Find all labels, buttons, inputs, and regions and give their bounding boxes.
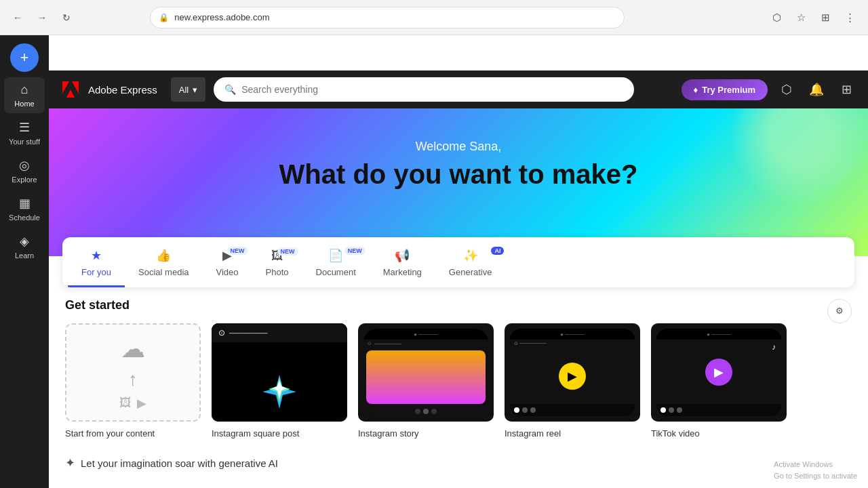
tiktok-dot-a	[660, 407, 666, 413]
apps-icon[interactable]: ⊞	[835, 79, 857, 100]
filter-adjust-button[interactable]: ⚙	[827, 299, 852, 323]
category-tabs: ★ For you 👍 Social media ▶ Video NEW 🖼 P…	[62, 237, 854, 287]
card-thumb-upload: ☁ ↑ 🖼 ▶	[65, 323, 201, 422]
tab-label-document: Document	[316, 267, 356, 277]
tab-label-video: Video	[216, 267, 239, 277]
tab-generative[interactable]: ✨ Generative AI	[435, 237, 506, 287]
cast-icon[interactable]: ⬡	[768, 8, 787, 27]
tab-label-generative: Generative	[449, 267, 492, 277]
get-started-section: Get started ⚙ ☁ ↑ 🖼	[49, 298, 868, 455]
cloud-upload-icon: ☁	[121, 335, 145, 363]
card-ig-post[interactable]: ⊙ ──────── ✦ Insta	[212, 323, 347, 439]
phone-top-bar: ● ─────	[363, 329, 488, 340]
dot2	[423, 409, 429, 414]
photo-new-badge: NEW	[277, 247, 298, 256]
url-text: new.express.adobe.com	[174, 12, 269, 22]
tab-for-you[interactable]: ★ For you	[68, 237, 125, 287]
reel-play-btn: ▶	[559, 363, 586, 390]
card-ig-reel[interactable]: ● ───── ⊙ ──────── ▶	[505, 323, 640, 439]
tiktok-dot-b	[669, 407, 674, 413]
adobe-logo-icon	[60, 79, 81, 100]
notification-icon[interactable]: 🔔	[806, 79, 827, 100]
address-bar[interactable]: 🔒 new.express.adobe.com	[150, 7, 625, 28]
share-icon[interactable]: ⬡	[776, 79, 797, 100]
tiktok-bottom-bar	[656, 404, 781, 416]
reel-bar-top: ⊙ ────────	[510, 340, 635, 348]
try-premium-button[interactable]: ♦ Try Premium	[682, 79, 768, 100]
section-title-get-started: Get started	[65, 298, 130, 312]
home-icon: ⌂	[21, 83, 28, 97]
ig-story-handle: ⊙	[368, 341, 372, 346]
sidebar-item-learn[interactable]: ◈ Learn	[4, 228, 45, 265]
for-you-icon: ★	[91, 248, 102, 263]
tiktok-logo-icon: ♪	[772, 342, 776, 352]
card-upload[interactable]: ☁ ↑ 🖼 ▶ Start from your content	[65, 323, 201, 439]
sidebar-item-explore[interactable]: ◎ Explore	[4, 152, 45, 189]
upload-small-icons: 🖼 ▶	[119, 396, 146, 411]
generative-icon: ✨	[463, 248, 478, 263]
reel-play-area: ▶	[510, 348, 635, 404]
dot3	[431, 409, 437, 414]
filter-dropdown[interactable]: All ▾	[171, 77, 205, 102]
phone-bottom	[363, 407, 488, 416]
tab-photo[interactable]: 🖼 Photo NEW	[252, 238, 302, 287]
phone-notch-decoration: ● ─────	[414, 331, 437, 338]
reel-top: ● ─────	[510, 329, 635, 340]
card-tiktok[interactable]: ● ───── ♪ ▶	[651, 323, 787, 439]
tiktok-play-area: ▶	[656, 340, 781, 404]
ig-logo-icon: ⊙	[218, 328, 225, 338]
premium-diamond-icon: ♦	[694, 85, 698, 95]
tab-marketing[interactable]: 📢 Marketing	[370, 237, 435, 287]
ai-section[interactable]: ✦ Let your imagination soar with generat…	[49, 455, 868, 481]
browser-chrome: ← → ↻ 🔒 new.express.adobe.com ⬡ ☆ ⊞ ⋮	[0, 0, 868, 35]
forward-button[interactable]: →	[33, 8, 52, 27]
tab-document[interactable]: 📄 Document NEW	[302, 237, 370, 287]
upload-icon-area: ☁ ↑ 🖼 ▶	[119, 335, 146, 411]
extensions-icon[interactable]: ⊞	[816, 8, 835, 27]
ai-section-text: Let your imagination soar with generativ…	[81, 458, 278, 469]
tab-label-social-media: Social media	[138, 267, 189, 277]
browser-right-icons: ⬡ ☆ ⊞ ⋮	[768, 8, 860, 27]
tab-label-photo: Photo	[266, 267, 289, 277]
filter-label: All	[179, 85, 189, 95]
refresh-button[interactable]: ↻	[57, 8, 76, 27]
search-input[interactable]	[241, 84, 623, 95]
reel-dot-1	[522, 407, 528, 413]
sidebar-item-home[interactable]: ⌂ Home	[4, 77, 45, 113]
ig-sparkle-icon	[259, 371, 300, 412]
tab-video[interactable]: ▶ Video NEW	[203, 237, 252, 287]
dropdown-chevron-icon: ▾	[193, 85, 197, 95]
card-ig-story[interactable]: ● ───── ⊙ ────────	[358, 323, 494, 439]
bookmark-icon[interactable]: ☆	[792, 8, 811, 27]
hero-welcome-text: Welcome Sana,	[416, 140, 502, 154]
card-label-ig-post: Instagram square post	[212, 428, 299, 439]
ai-generative-icon: ✦	[65, 455, 75, 470]
top-bar-right: ♦ Try Premium ⬡ 🔔 ⊞	[682, 79, 857, 100]
tab-label-for-you: For you	[81, 267, 111, 277]
tiktok-top: ● ─────	[656, 329, 781, 340]
svg-marker-2	[72, 81, 79, 94]
back-button[interactable]: ←	[8, 8, 27, 27]
document-icon: 📄	[328, 248, 343, 263]
card-thumb-ig-reel: ● ───── ⊙ ──────── ▶	[505, 323, 640, 422]
generative-ai-badge: AI	[491, 247, 504, 255]
search-bar[interactable]: 🔍	[214, 77, 634, 102]
your-stuff-icon: ☰	[19, 120, 30, 135]
reel-phone: ● ───── ⊙ ──────── ▶	[510, 329, 635, 416]
tiktok-play-btn: ▶	[705, 359, 732, 386]
story-gradient-content	[366, 350, 486, 404]
filter-sliders-icon: ⚙	[835, 306, 844, 316]
card-thumb-ig-story: ● ───── ⊙ ────────	[358, 323, 494, 422]
tab-social-media[interactable]: 👍 Social media	[125, 237, 202, 287]
app-name: Adobe Express	[88, 84, 157, 96]
sidebar-item-your-stuff[interactable]: ☰ Your stuff	[4, 115, 45, 151]
sidebar-item-schedule[interactable]: ▦ Schedule	[4, 190, 45, 227]
tiktok-notch: ● ─────	[707, 331, 730, 338]
sidebar-label-schedule: Schedule	[9, 214, 40, 222]
tiktok-dot-c	[677, 407, 682, 413]
card-thumb-ig-post: ⊙ ──────── ✦	[212, 323, 347, 422]
menu-icon[interactable]: ⋮	[841, 8, 860, 27]
create-button[interactable]: +	[10, 43, 39, 72]
sidebar-label-home: Home	[14, 100, 34, 108]
hero-title: What do you want to make?	[279, 159, 638, 190]
